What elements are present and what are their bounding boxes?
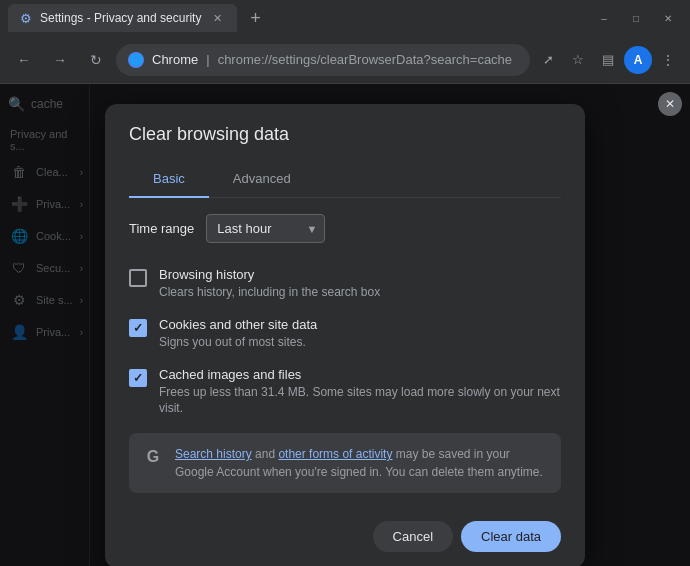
address-input[interactable]: 🌐 Chrome | chrome://settings/clearBrowse… xyxy=(116,44,530,76)
google-g-icon: G xyxy=(141,445,165,469)
browsing-history-checkbox-wrapper[interactable] xyxy=(129,269,147,287)
browser-tab[interactable]: ⚙ Settings - Privacy and security ✕ xyxy=(8,4,237,32)
title-bar: ⚙ Settings - Privacy and security ✕ + – … xyxy=(0,0,690,36)
browsing-history-item: Browsing history Clears history, includi… xyxy=(129,259,561,309)
tab-title: Settings - Privacy and security xyxy=(40,11,201,25)
modal-header: Clear browsing data xyxy=(105,104,585,145)
modal-overlay: Clear browsing data Basic Advanced Time … xyxy=(0,84,690,566)
modal-body: Time range Last hour Last 24 hours Last … xyxy=(105,198,585,509)
cookies-checkbox[interactable] xyxy=(129,319,147,337)
address-actions: ➚ ☆ ▤ A ⋮ xyxy=(534,46,682,74)
tab-favicon: ⚙ xyxy=(20,11,32,26)
modal-footer: Cancel Clear data xyxy=(105,509,585,566)
cached-images-item: Cached images and files Frees up less th… xyxy=(129,359,561,426)
browsing-history-title: Browsing history xyxy=(159,267,380,282)
extension-button[interactable]: ▤ xyxy=(594,46,622,74)
cookies-desc: Signs you out of most sites. xyxy=(159,334,317,351)
cached-images-desc: Frees up less than 31.4 MB. Some sites m… xyxy=(159,384,561,418)
clear-data-button[interactable]: Clear data xyxy=(461,521,561,552)
modal-title: Clear browsing data xyxy=(129,124,561,145)
bookmark-button[interactable]: ☆ xyxy=(564,46,592,74)
minimize-button[interactable]: – xyxy=(590,8,618,28)
reload-button[interactable]: ↻ xyxy=(80,44,112,76)
cached-images-checkbox[interactable] xyxy=(129,369,147,387)
other-activity-link[interactable]: other forms of activity xyxy=(278,447,392,461)
cached-images-title: Cached images and files xyxy=(159,367,561,382)
time-range-select[interactable]: Last hour Last 24 hours Last 7 days Last… xyxy=(206,214,325,243)
window-controls: – □ ✕ xyxy=(590,8,682,28)
cancel-button[interactable]: Cancel xyxy=(373,521,453,552)
time-range-row: Time range Last hour Last 24 hours Last … xyxy=(129,214,561,243)
new-tab-button[interactable]: + xyxy=(241,4,269,32)
browsing-history-desc: Clears history, including in the search … xyxy=(159,284,380,301)
google-info-box: G Search history and other forms of acti… xyxy=(129,433,561,493)
cookies-title: Cookies and other site data xyxy=(159,317,317,332)
cookies-item: Cookies and other site data Signs you ou… xyxy=(129,309,561,359)
menu-button[interactable]: ⋮ xyxy=(654,46,682,74)
time-range-select-wrapper[interactable]: Last hour Last 24 hours Last 7 days Last… xyxy=(206,214,325,243)
tab-close-button[interactable]: ✕ xyxy=(209,10,225,26)
tab-advanced[interactable]: Advanced xyxy=(209,161,315,198)
browsing-history-checkbox[interactable] xyxy=(129,269,147,287)
address-separator: | xyxy=(206,52,209,67)
cookies-checkbox-wrapper[interactable] xyxy=(129,319,147,337)
address-path: chrome://settings/clearBrowserData?searc… xyxy=(218,52,512,67)
address-bar: ← → ↻ 🌐 Chrome | chrome://settings/clear… xyxy=(0,36,690,84)
cached-images-checkbox-wrapper[interactable] xyxy=(129,369,147,387)
info-box-text: Search history and other forms of activi… xyxy=(175,445,549,481)
cached-images-content: Cached images and files Frees up less th… xyxy=(159,367,561,418)
overlay-close-button[interactable]: ✕ xyxy=(658,92,682,116)
address-favicon: 🌐 xyxy=(128,52,144,68)
cookies-content: Cookies and other site data Signs you ou… xyxy=(159,317,317,351)
clear-browsing-data-modal: Clear browsing data Basic Advanced Time … xyxy=(105,104,585,566)
tab-basic[interactable]: Basic xyxy=(129,161,209,198)
browser-frame: ⚙ Settings - Privacy and security ✕ + – … xyxy=(0,0,690,566)
profile-button[interactable]: A xyxy=(624,46,652,74)
restore-button[interactable]: □ xyxy=(622,8,650,28)
info-and-text: and xyxy=(252,447,279,461)
forward-button[interactable]: → xyxy=(44,44,76,76)
browsing-history-content: Browsing history Clears history, includi… xyxy=(159,267,380,301)
close-button[interactable]: ✕ xyxy=(654,8,682,28)
share-button[interactable]: ➚ xyxy=(534,46,562,74)
address-domain: Chrome xyxy=(152,52,198,67)
search-history-link[interactable]: Search history xyxy=(175,447,252,461)
modal-tabs: Basic Advanced xyxy=(129,161,561,198)
page-content: 🔍 cache Privacy and s... 🗑 Clea... › ➕ P… xyxy=(0,84,690,566)
back-button[interactable]: ← xyxy=(8,44,40,76)
time-range-label: Time range xyxy=(129,221,194,236)
